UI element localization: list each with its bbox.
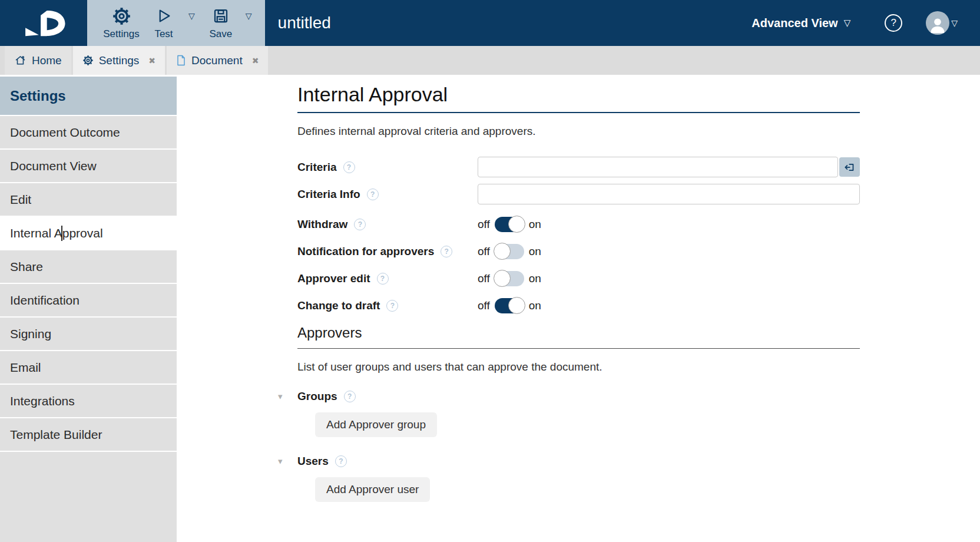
approver-edit-row: Approver edit ? off on: [297, 268, 860, 289]
sidebar-item-document-view[interactable]: Document View: [0, 150, 177, 182]
withdraw-hint-icon[interactable]: ?: [354, 219, 366, 230]
save-icon: [212, 5, 230, 27]
body: Settings Document Outcome Document View …: [0, 75, 980, 542]
gear-icon: [82, 55, 94, 66]
view-mode-dropdown-icon[interactable]: ▽: [844, 18, 851, 28]
toggle-on-label: on: [529, 218, 541, 231]
toggle-knob: [508, 216, 525, 233]
tab-document-close-icon[interactable]: ✖: [252, 56, 259, 65]
test-button-label: Test: [154, 28, 173, 40]
approver-edit-hint-icon[interactable]: ?: [377, 273, 389, 285]
approver-edit-label: Approver edit: [297, 272, 370, 285]
groups-row: ▾ Groups ?: [278, 390, 860, 403]
tab-home-label: Home: [32, 54, 62, 67]
users-collapse-icon[interactable]: ▾: [278, 456, 297, 467]
notification-label: Notification for approvers: [297, 245, 434, 258]
change-to-draft-label: Change to draft: [297, 299, 380, 312]
sidebar-item-identification[interactable]: Identification: [0, 284, 177, 316]
tab-settings-close-icon[interactable]: ✖: [148, 56, 155, 65]
toggle-knob: [494, 270, 511, 287]
users-hint-icon[interactable]: ?: [335, 455, 347, 467]
change-to-draft-hint-icon[interactable]: ?: [386, 300, 398, 312]
document-title: untitled: [278, 14, 331, 32]
toggle-on-label: on: [529, 272, 541, 285]
users-label: Users: [297, 455, 329, 468]
document-icon: [176, 55, 186, 66]
sidebar-item-integrations[interactable]: Integrations: [0, 385, 177, 417]
app-logo[interactable]: [0, 0, 87, 46]
home-icon: [14, 54, 27, 67]
add-approver-group-button[interactable]: Add Approver group: [315, 412, 437, 437]
app-header: Settings Test ▽ Save ▽ untit: [0, 0, 980, 46]
tab-home[interactable]: Home: [5, 46, 71, 75]
notification-hint-icon[interactable]: ?: [441, 246, 452, 257]
save-button[interactable]: Save: [200, 5, 242, 40]
sidebar-item-signing[interactable]: Signing: [0, 318, 177, 350]
criteria-info-label: Criteria Info: [297, 188, 360, 201]
internal-approval-form: Criteria ?: [297, 157, 860, 502]
criteria-info-input[interactable]: [478, 184, 860, 204]
sidebar-item-template-builder[interactable]: Template Builder: [0, 418, 177, 451]
add-approver-user-button[interactable]: Add Approver user: [315, 477, 430, 502]
sidebar-item-edit[interactable]: Edit: [0, 183, 177, 216]
notification-row: Notification for approvers ? off on: [297, 241, 860, 262]
groups-hint-icon[interactable]: ?: [344, 391, 356, 402]
approver-edit-toggle[interactable]: [495, 271, 524, 286]
criteria-info-hint-icon[interactable]: ?: [367, 189, 379, 200]
settings-button-label: Settings: [103, 28, 139, 40]
approvers-section-description: List of user groups and users that can a…: [297, 361, 860, 374]
sidebar-item-share[interactable]: Share: [0, 250, 177, 283]
person-icon: [928, 15, 948, 35]
toggle-off-label: off: [478, 272, 490, 285]
save-button-label: Save: [209, 28, 232, 40]
test-button[interactable]: Test: [143, 5, 185, 40]
toolbar: Settings Test ▽ Save ▽: [87, 0, 265, 46]
tab-document[interactable]: Document ✖: [167, 46, 268, 75]
gear-icon: [112, 5, 131, 27]
criteria-insert-button[interactable]: [839, 157, 860, 177]
users-row: ▾ Users ?: [278, 455, 860, 468]
page-description: Defines internal approval criteria and a…: [297, 125, 860, 138]
user-avatar[interactable]: [926, 11, 949, 35]
sidebar-item-document-outcome[interactable]: Document Outcome: [0, 116, 177, 148]
withdraw-toggle[interactable]: [495, 217, 524, 232]
tab-settings-label: Settings: [99, 54, 140, 67]
sidebar-title: Settings: [0, 77, 177, 115]
sidebar-item-label: Internal Approval: [10, 226, 103, 240]
toggle-knob: [494, 243, 511, 260]
settings-button[interactable]: Settings: [100, 5, 143, 40]
criteria-info-row: Criteria Info ?: [297, 184, 860, 204]
criteria-label: Criteria: [297, 161, 337, 174]
groups-collapse-icon[interactable]: ▾: [278, 391, 297, 402]
tab-document-label: Document: [191, 54, 243, 67]
test-dropdown-icon[interactable]: ▽: [188, 11, 195, 21]
header-right: Advanced View ▽ ? ▽: [751, 0, 980, 46]
withdraw-row: Withdraw ? off on: [297, 214, 860, 235]
withdraw-label: Withdraw: [297, 218, 347, 231]
insert-reference-icon: [843, 161, 856, 174]
tab-bar: Home Settings ✖ Document ✖: [0, 46, 980, 75]
toggle-off-label: off: [478, 245, 490, 258]
brand-logo-icon: [19, 8, 68, 38]
sidebar-item-internal-approval[interactable]: Internal Approval: [0, 217, 177, 249]
user-menu-dropdown-icon[interactable]: ▽: [951, 18, 958, 28]
criteria-row: Criteria ?: [297, 157, 860, 177]
criteria-hint-icon[interactable]: ?: [343, 161, 355, 173]
text-caret: [61, 226, 62, 241]
toggle-knob: [508, 297, 525, 314]
page-title: Internal Approval: [297, 83, 860, 113]
toggle-off-label: off: [478, 218, 490, 231]
sidebar-item-email[interactable]: Email: [0, 351, 177, 384]
settings-sidebar: Settings Document Outcome Document View …: [0, 75, 177, 542]
toggle-on-label: on: [529, 245, 541, 258]
help-button[interactable]: ?: [885, 14, 902, 32]
toggle-off-label: off: [478, 299, 490, 312]
approvers-section-title: Approvers: [297, 325, 860, 349]
criteria-input[interactable]: [478, 157, 838, 177]
save-dropdown-icon[interactable]: ▽: [246, 11, 252, 21]
help-icon: ?: [890, 17, 896, 29]
change-to-draft-toggle[interactable]: [495, 298, 524, 313]
tab-settings[interactable]: Settings ✖: [73, 46, 165, 75]
view-mode-selector[interactable]: Advanced View: [751, 16, 837, 30]
notification-toggle[interactable]: [495, 244, 524, 259]
